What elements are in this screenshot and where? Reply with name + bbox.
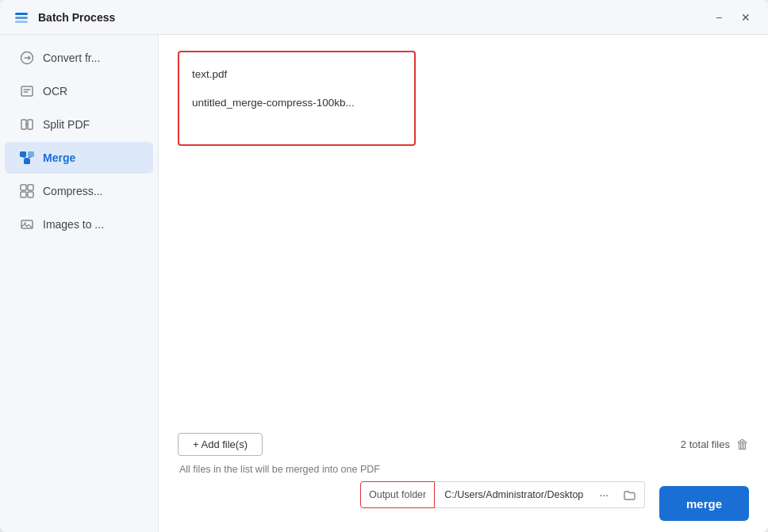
minimize-button[interactable]: −	[709, 8, 728, 27]
svg-rect-12	[21, 192, 26, 197]
main-content: Convert fr... OCR	[0, 35, 768, 532]
file-list-container: text.pdf untitled_merge-compress-100kb..…	[159, 35, 768, 425]
bottom-bar: + Add file(s) 2 total files 🗑 All files …	[159, 425, 768, 532]
sidebar-label-split: Split PDF	[43, 118, 90, 131]
delete-all-icon[interactable]: 🗑	[736, 438, 749, 452]
sidebar-item-split[interactable]: Split PDF	[5, 109, 153, 140]
sidebar-item-merge[interactable]: Merge	[5, 142, 153, 174]
sidebar-item-ocr[interactable]: OCR	[5, 75, 153, 107]
action-row: Output folder C:/Users/Administrator/Des…	[178, 481, 749, 532]
add-files-row: + Add file(s) 2 total files 🗑	[178, 433, 749, 456]
svg-point-15	[24, 222, 25, 224]
output-dots-button[interactable]: ···	[593, 481, 615, 508]
svg-rect-1	[15, 17, 28, 19]
title-bar: Batch Process − ✕	[0, 0, 768, 35]
window-title: Batch Process	[38, 11, 709, 24]
file-item[interactable]: text.pdf	[192, 62, 401, 87]
add-files-button[interactable]: + Add file(s)	[178, 433, 263, 456]
sidebar-item-compress[interactable]: Compress...	[5, 175, 153, 207]
svg-rect-9	[24, 159, 30, 164]
merge-button[interactable]: merge	[659, 486, 749, 521]
sidebar-label-compress: Compress...	[43, 185, 102, 197]
file-item[interactable]: untitled_merge-compress-100kb...	[192, 90, 401, 116]
sidebar-item-images[interactable]: Images to ...	[5, 209, 153, 240]
sidebar-label-merge: Merge	[43, 151, 75, 164]
total-files-info: 2 total files 🗑	[681, 438, 749, 452]
sidebar: Convert fr... OCR	[0, 35, 159, 532]
merge-icon	[19, 150, 35, 166]
svg-rect-13	[28, 192, 33, 197]
close-button[interactable]: ✕	[736, 8, 755, 27]
svg-rect-2	[15, 21, 28, 23]
output-path-display: C:/Users/Administrator/Desktop	[435, 481, 593, 508]
app-logo	[13, 9, 30, 26]
output-row: Output folder C:/Users/Administrator/Des…	[360, 481, 645, 508]
svg-rect-5	[21, 120, 26, 129]
content-area: text.pdf untitled_merge-compress-100kb..…	[159, 35, 768, 532]
svg-rect-6	[28, 120, 33, 129]
svg-rect-10	[21, 185, 26, 190]
app-window: Batch Process − ✕ Convert fr...	[0, 0, 768, 532]
sidebar-label-images: Images to ...	[43, 218, 104, 231]
split-icon	[19, 117, 35, 132]
svg-rect-0	[15, 13, 28, 15]
sidebar-item-convert[interactable]: Convert fr...	[5, 42, 153, 74]
merge-info-text: All files in the list will be merged int…	[178, 464, 749, 475]
output-folder-label: Output folder	[360, 481, 435, 508]
compress-icon	[19, 183, 35, 199]
ocr-icon	[19, 83, 35, 99]
total-files-text: 2 total files	[681, 438, 730, 450]
window-controls: − ✕	[709, 8, 755, 27]
file-list-box: text.pdf untitled_merge-compress-100kb..…	[178, 51, 416, 146]
convert-icon	[19, 50, 35, 66]
images-icon	[19, 216, 35, 232]
svg-rect-11	[28, 185, 33, 190]
svg-rect-7	[20, 151, 26, 157]
sidebar-label-ocr: OCR	[43, 85, 67, 98]
output-browse-button[interactable]	[615, 481, 645, 508]
svg-rect-4	[21, 86, 33, 96]
svg-rect-8	[28, 151, 34, 157]
sidebar-label-convert: Convert fr...	[43, 52, 100, 64]
